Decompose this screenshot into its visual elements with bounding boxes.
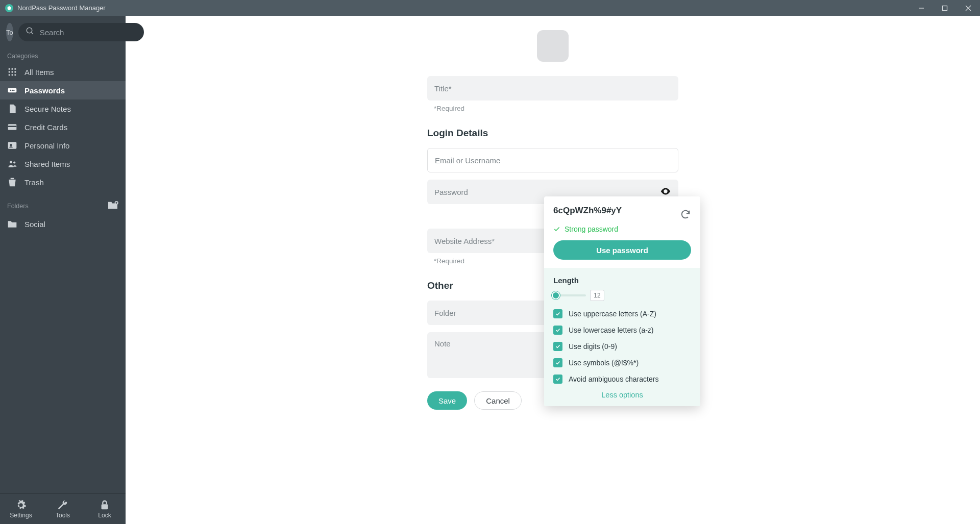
- svg-point-22: [10, 144, 12, 146]
- svg-point-7: [11, 68, 13, 70]
- card-icon: [7, 122, 17, 132]
- checkbox-icon: [553, 375, 562, 384]
- window-maximize-button[interactable]: [933, 0, 957, 16]
- add-folder-button[interactable]: [107, 201, 118, 212]
- title-bar: NordPass Password Manager: [0, 0, 980, 16]
- svg-point-6: [9, 68, 10, 70]
- sidebar-item-label: Social: [24, 220, 45, 229]
- main-content: Title* *Required Login Details Email or …: [126, 16, 980, 524]
- window-close-button[interactable]: [957, 0, 980, 16]
- checkbox-icon: [553, 309, 562, 318]
- strength-indicator: Strong password: [553, 225, 691, 233]
- checkbox-icon: [553, 342, 562, 351]
- svg-rect-25: [11, 178, 14, 180]
- lock-icon: [99, 500, 110, 511]
- sidebar-item-trash[interactable]: Trash: [0, 173, 126, 191]
- grid-icon: [7, 67, 17, 77]
- tools-button[interactable]: Tools: [42, 494, 84, 524]
- people-icon: [7, 159, 17, 169]
- svg-point-16: [10, 90, 11, 91]
- checkbox-icon: [553, 358, 562, 367]
- login-details-heading: Login Details: [427, 128, 678, 139]
- sidebar-item-shared-items[interactable]: Shared Items: [0, 155, 126, 173]
- svg-point-11: [14, 71, 16, 72]
- refresh-button[interactable]: [680, 206, 691, 222]
- sidebar-item-all-items[interactable]: All Items: [0, 63, 126, 81]
- sidebar-item-label: Credit Cards: [24, 123, 67, 132]
- svg-point-18: [13, 90, 15, 91]
- svg-point-9: [9, 71, 10, 72]
- checkbox-icon: [553, 326, 562, 335]
- option-digits[interactable]: Use digits (0-9): [553, 342, 691, 351]
- settings-button[interactable]: Settings: [0, 494, 42, 524]
- less-options-button[interactable]: Less options: [553, 391, 691, 399]
- use-password-button[interactable]: Use password: [553, 240, 691, 260]
- sidebar-item-label: Personal Info: [24, 141, 69, 150]
- sidebar-item-label: All Items: [24, 68, 54, 77]
- svg-point-8: [14, 68, 16, 70]
- password-generator-popup: 6cQpWZh%9#yY Strong password Use passwor…: [544, 196, 700, 406]
- svg-point-23: [10, 161, 12, 163]
- sidebar-item-label: Shared Items: [24, 160, 70, 168]
- option-symbols[interactable]: Use symbols (@!$%*): [553, 358, 691, 367]
- search-icon: [26, 27, 35, 38]
- svg-point-28: [665, 190, 667, 192]
- sidebar: To Categories All Items Passwords Secure…: [0, 16, 126, 524]
- sidebar-item-label: Passwords: [24, 86, 65, 95]
- sidebar-item-passwords[interactable]: Passwords: [0, 81, 126, 99]
- window-minimize-button[interactable]: [910, 0, 933, 16]
- folder-icon: [7, 219, 17, 229]
- sidebar-item-secure-notes[interactable]: Secure Notes: [0, 99, 126, 118]
- gear-icon: [15, 500, 27, 511]
- categories-label: Categories: [0, 48, 126, 63]
- sidebar-item-credit-cards[interactable]: Credit Cards: [0, 118, 126, 136]
- sidebar-item-label: Trash: [24, 178, 44, 187]
- option-ambiguous[interactable]: Avoid ambiguous characters: [553, 375, 691, 384]
- generated-password: 6cQpWZh%9#yY: [553, 206, 622, 216]
- site-icon-placeholder[interactable]: [537, 30, 569, 62]
- wrench-icon: [57, 500, 68, 511]
- note-icon: [7, 104, 17, 114]
- svg-point-12: [9, 74, 10, 76]
- length-value[interactable]: 12: [590, 290, 604, 301]
- trash-icon: [7, 177, 17, 187]
- svg-point-13: [11, 74, 13, 76]
- required-hint: *Required: [434, 105, 678, 112]
- svg-point-4: [27, 28, 32, 33]
- sidebar-item-personal-info[interactable]: Personal Info: [0, 136, 126, 155]
- save-button[interactable]: Save: [427, 391, 467, 410]
- svg-point-17: [12, 90, 13, 91]
- sidebar-item-label: Secure Notes: [24, 105, 71, 113]
- search-box[interactable]: [18, 23, 144, 41]
- title-field[interactable]: Title*: [427, 76, 678, 101]
- check-icon: [553, 226, 560, 233]
- length-slider[interactable]: [553, 294, 586, 296]
- email-field[interactable]: Email or Username: [427, 148, 678, 172]
- password-icon: [7, 85, 17, 95]
- avatar[interactable]: To: [6, 23, 13, 41]
- svg-point-14: [14, 74, 16, 76]
- option-uppercase[interactable]: Use uppercase letters (A-Z): [553, 309, 691, 318]
- svg-point-24: [13, 161, 15, 163]
- cancel-button[interactable]: Cancel: [474, 391, 522, 410]
- svg-rect-1: [943, 6, 947, 10]
- search-input[interactable]: [40, 28, 137, 37]
- option-lowercase[interactable]: Use lowercase letters (a-z): [553, 326, 691, 335]
- window-title: NordPass Password Manager: [17, 4, 910, 12]
- svg-rect-20: [8, 126, 17, 128]
- svg-rect-21: [8, 142, 17, 148]
- svg-line-5: [31, 32, 33, 34]
- lock-button[interactable]: Lock: [84, 494, 126, 524]
- svg-point-10: [11, 71, 13, 72]
- person-icon: [7, 140, 17, 151]
- svg-rect-27: [102, 504, 108, 509]
- sidebar-folder-social[interactable]: Social: [0, 215, 126, 233]
- length-label: Length: [553, 276, 691, 285]
- app-logo-icon: [5, 4, 13, 12]
- folders-label: Folders: [7, 203, 29, 210]
